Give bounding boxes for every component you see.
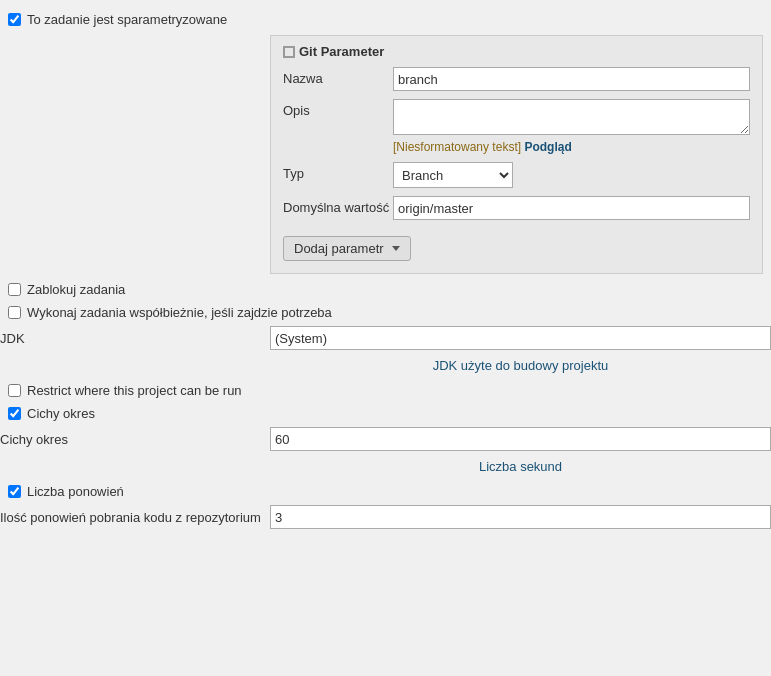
opis-row: Opis [Niesformatowany tekst] Podgląd <box>283 99 750 154</box>
cichy-okres-checkbox[interactable] <box>8 407 21 420</box>
niesformatowany-link[interactable]: [Niesformatowany tekst] <box>393 140 521 154</box>
dodaj-parametr-label: Dodaj parametr <box>294 241 384 256</box>
ilosc-ponowien-input[interactable] <box>270 505 771 529</box>
cichy-okres-label: Cichy okres <box>0 432 270 447</box>
cichy-okres-checkbox-row: Cichy okres <box>0 402 771 425</box>
jdk-input[interactable] <box>270 326 771 350</box>
sparametryzowane-label: To zadanie jest sparametryzowane <box>27 12 227 27</box>
zablokuj-label: Zablokuj zadania <box>27 282 125 297</box>
cichy-okres-checkbox-label: Cichy okres <box>27 406 95 421</box>
wykonaj-checkbox[interactable] <box>8 306 21 319</box>
domyslna-wartosc-input[interactable] <box>393 196 750 220</box>
typ-control-wrap: Branch Tag Revision Branch or Tag <box>393 162 750 188</box>
nazwa-row: Nazwa <box>283 67 750 91</box>
restrict-label: Restrict where this project can be run <box>27 383 242 398</box>
opis-text-links: [Niesformatowany tekst] Podgląd <box>393 140 750 154</box>
wykonaj-row: Wykonaj zadania współbieżnie, jeśli zajd… <box>0 301 771 324</box>
jdk-hint: JDK użyte do budowy projektu <box>0 356 771 379</box>
liczba-ponowien-label: Liczba ponowień <box>27 484 124 499</box>
sparametryzowane-checkbox[interactable] <box>8 13 21 26</box>
ilosc-ponowien-row: Ilość ponowień pobrania kodu z repozytor… <box>0 503 771 531</box>
domyslna-wartosc-row: Domyślna wartość <box>283 196 750 220</box>
zablokuj-row: Zablokuj zadania <box>0 278 771 301</box>
typ-row: Typ Branch Tag Revision Branch or Tag <box>283 162 750 188</box>
restrict-row: Restrict where this project can be run <box>0 379 771 402</box>
dodaj-parametr-button[interactable]: Dodaj parametr <box>283 236 411 261</box>
opis-control-wrap: [Niesformatowany tekst] Podgląd <box>393 99 750 154</box>
jdk-row: JDK <box>0 324 771 352</box>
opis-label: Opis <box>283 99 393 118</box>
typ-label: Typ <box>283 162 393 181</box>
liczba-ponowien-checkbox[interactable] <box>8 485 21 498</box>
nazwa-label: Nazwa <box>283 67 393 86</box>
wykonaj-label: Wykonaj zadania współbieżnie, jeśli zajd… <box>27 305 332 320</box>
nazwa-control-wrap <box>393 67 750 91</box>
restrict-checkbox[interactable] <box>8 384 21 397</box>
sparametryzowane-row: To zadanie jest sparametryzowane <box>0 8 771 31</box>
git-parameter-title: Git Parameter <box>283 44 750 59</box>
zablokuj-checkbox[interactable] <box>8 283 21 296</box>
ilosc-ponowien-label: Ilość ponowień pobrania kodu z repozytor… <box>0 510 270 525</box>
jdk-label: JDK <box>0 331 270 346</box>
cichy-okres-hint: Liczba sekund <box>0 457 771 480</box>
git-parameter-title-text: Git Parameter <box>299 44 384 59</box>
cichy-okres-input[interactable] <box>270 427 771 451</box>
cichy-okres-value-row: Cichy okres <box>0 425 771 453</box>
liczba-ponowien-checkbox-row: Liczba ponowień <box>0 480 771 503</box>
page-container: To zadanie jest sparametryzowane Git Par… <box>0 0 771 543</box>
typ-select[interactable]: Branch Tag Revision Branch or Tag <box>393 162 513 188</box>
caret-icon <box>392 246 400 251</box>
podglad-link[interactable]: Podgląd <box>524 140 571 154</box>
git-parameter-section: Git Parameter Nazwa Opis [Niesformatowan… <box>270 35 763 274</box>
domyslna-wartosc-control-wrap <box>393 196 750 220</box>
opis-textarea[interactable] <box>393 99 750 135</box>
domyslna-wartosc-label: Domyślna wartość <box>283 196 393 215</box>
nazwa-input[interactable] <box>393 67 750 91</box>
